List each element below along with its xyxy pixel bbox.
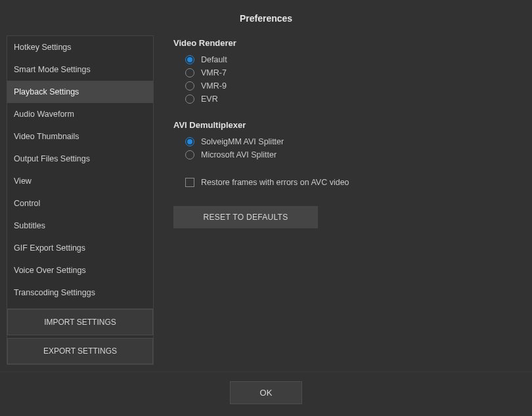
sidebar-list: Hotkey Settings Smart Mode Settings Play… [7,36,153,308]
radio-default[interactable]: Default [173,53,525,66]
reset-defaults-button[interactable]: RESET TO DEFAULTS [173,206,318,228]
sidebar-item-gif-export-settings[interactable]: GIF Export Settings [7,237,153,259]
radio-solveigmm-splitter[interactable]: SolveigMM AVI Splitter [173,135,525,148]
export-settings-button[interactable]: EXPORT SETTINGS [7,338,153,364]
sidebar-item-smart-mode-settings[interactable]: Smart Mode Settings [7,58,153,81]
radio-vmr7[interactable]: VMR-7 [173,66,525,79]
ok-button[interactable]: OK [230,381,302,404]
radio-icon [185,137,194,146]
sidebar-item-label: Subtitles [14,221,45,230]
sidebar-item-label: GIF Export Settings [14,243,85,253]
radio-evr[interactable]: EVR [173,93,525,106]
radio-label: EVR [201,94,218,104]
sidebar-item-label: Voice Over Settings [14,266,86,275]
sidebar: Hotkey Settings Smart Mode Settings Play… [7,35,154,365]
sidebar-item-label: Control [14,199,40,208]
sidebar-item-audio-waveform[interactable]: Audio Waveform [7,103,153,125]
sidebar-buttons: IMPORT SETTINGS EXPORT SETTINGS [7,308,153,364]
avi-demux-title: AVI Demultiplexer [173,120,525,130]
checkbox-icon [185,178,194,187]
sidebar-item-transcoding-settings[interactable]: Transcoding Settinggs [7,281,153,304]
sidebar-item-view[interactable]: View [7,170,153,192]
sidebar-item-output-files-settings[interactable]: Output Files Settings [7,148,153,170]
sidebar-item-label: Video Thumbnails [14,132,79,141]
dialog-footer: OK [0,371,532,416]
video-renderer-title: Video Renderer [173,38,525,48]
radio-icon [185,55,194,64]
sidebar-item-control[interactable]: Control [7,192,153,215]
radio-icon [185,81,194,91]
sidebar-item-playback-settings[interactable]: Playback Settings [7,81,153,103]
avi-demux-section: AVI Demultiplexer SolveigMM AVI Splitter… [173,120,525,161]
sidebar-item-subtitles[interactable]: Subtitles [7,215,153,237]
dialog-body: Hotkey Settings Smart Mode Settings Play… [0,35,532,371]
sidebar-item-label: Output Files Settings [14,154,90,163]
radio-icon [185,68,194,77]
radio-microsoft-splitter[interactable]: Microsoft AVI Splitter [173,148,525,161]
radio-label: VMR-9 [201,81,227,91]
radio-vmr9[interactable]: VMR-9 [173,79,525,93]
sidebar-item-label: Playback Settings [14,87,79,96]
content-panel: Video Renderer Default VMR-7 VMR-9 EVR [173,35,525,365]
radio-icon [185,150,194,159]
radio-icon [185,94,194,104]
radio-label: SolveigMM AVI Splitter [201,137,284,146]
dialog-title: Preferences [0,0,532,35]
radio-label: VMR-7 [201,68,227,77]
preferences-dialog: Preferences Hotkey Settings Smart Mode S… [0,0,532,416]
video-renderer-section: Video Renderer Default VMR-7 VMR-9 EVR [173,38,525,106]
sidebar-item-hotkey-settings[interactable]: Hotkey Settings [7,36,153,58]
sidebar-item-label: Hotkey Settings [14,43,72,52]
checkbox-label: Restore frames with errors on AVC video [201,178,349,187]
sidebar-item-label: Transcoding Settinggs [14,288,95,297]
sidebar-item-label: View [14,177,32,186]
sidebar-item-video-thumbnails[interactable]: Video Thumbnails [7,125,153,148]
sidebar-item-voice-over-settings[interactable]: Voice Over Settings [7,259,153,281]
restore-frames-checkbox[interactable]: Restore frames with errors on AVC video [173,176,525,189]
radio-label: Microsoft AVI Splitter [201,150,277,159]
radio-label: Default [201,55,227,64]
import-settings-button[interactable]: IMPORT SETTINGS [7,309,153,335]
sidebar-item-label: Smart Mode Settings [14,65,91,74]
sidebar-item-label: Audio Waveform [14,110,74,119]
